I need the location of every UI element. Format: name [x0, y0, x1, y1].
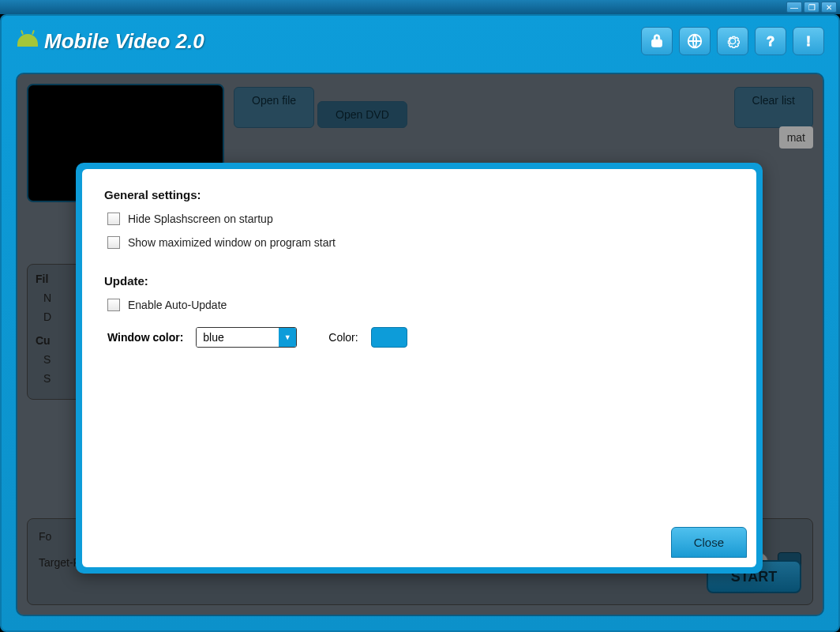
- globe-button[interactable]: [679, 27, 711, 55]
- globe-icon: [686, 32, 703, 50]
- color-label: Color:: [328, 331, 358, 344]
- help-button[interactable]: ?: [755, 27, 786, 55]
- window-color-value: blue: [197, 328, 279, 347]
- update-title: Update:: [104, 274, 734, 288]
- hide-splash-row: Hide Splashscreen on startup: [107, 213, 734, 225]
- gear-icon: [724, 32, 741, 50]
- svg-text:?: ?: [767, 34, 774, 48]
- minimize-icon: —: [790, 3, 798, 12]
- auto-update-label: Enable Auto-Update: [128, 299, 227, 311]
- svg-text:!: !: [806, 34, 811, 48]
- settings-dialog-content: General settings: Hide Splashscreen on s…: [82, 169, 756, 567]
- maximize-button[interactable]: ❐: [804, 2, 819, 13]
- close-icon: ✕: [826, 3, 832, 12]
- window-color-label: Window color:: [107, 331, 183, 344]
- android-icon: [16, 29, 39, 53]
- close-button[interactable]: Close: [671, 527, 747, 558]
- minimize-button[interactable]: —: [786, 2, 802, 13]
- show-maximized-label: Show maximized window on program start: [128, 236, 336, 249]
- hide-splash-label: Hide Splashscreen on startup: [128, 213, 273, 225]
- chevron-down-icon[interactable]: ▼: [279, 328, 296, 347]
- header-buttons: ? !: [641, 27, 824, 55]
- window-titlebar: — ❐ ✕: [0, 0, 840, 14]
- window-color-combo[interactable]: blue ▼: [196, 327, 297, 348]
- logo-area: Mobile Video 2.0: [16, 29, 204, 54]
- window-color-row: Window color: blue ▼ Color:: [107, 327, 734, 348]
- lock-icon: [648, 32, 666, 50]
- help-icon: ?: [762, 32, 779, 50]
- auto-update-checkbox[interactable]: [107, 299, 120, 311]
- auto-update-row: Enable Auto-Update: [107, 299, 734, 311]
- general-settings-title: General settings:: [104, 188, 734, 201]
- show-maximized-checkbox[interactable]: [107, 236, 120, 249]
- app-title: Mobile Video 2.0: [44, 29, 204, 54]
- lock-button[interactable]: [641, 27, 673, 55]
- color-swatch[interactable]: [371, 327, 407, 348]
- info-button[interactable]: !: [793, 27, 824, 55]
- settings-button[interactable]: [717, 27, 748, 55]
- exclamation-icon: !: [800, 32, 817, 50]
- close-window-button[interactable]: ✕: [821, 2, 837, 13]
- settings-dialog: General settings: Hide Splashscreen on s…: [76, 163, 763, 574]
- app-header: Mobile Video 2.0 ? !: [8, 22, 832, 60]
- maximize-icon: ❐: [808, 3, 816, 12]
- hide-splash-checkbox[interactable]: [107, 213, 120, 225]
- show-maximized-row: Show maximized window on program start: [107, 236, 734, 249]
